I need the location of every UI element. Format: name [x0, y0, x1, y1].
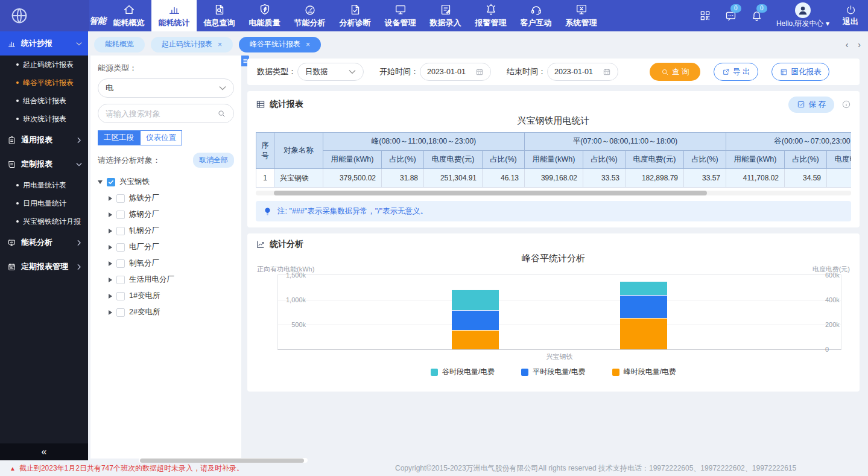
checkbox[interactable] — [116, 259, 125, 268]
tree-node-substation-1[interactable]: 1#变电所 — [98, 288, 234, 304]
export-button[interactable]: 导 出 — [714, 63, 758, 81]
data-type-select[interactable]: 日数据 — [297, 63, 364, 81]
legend-item-valley[interactable]: 谷时段电量/电费 — [431, 367, 495, 377]
nav-item-analysis-diagnosis[interactable]: 分析诊断 — [332, 0, 378, 31]
sidebar-group-periodic-report-management[interactable]: 定期报表管理 — [0, 255, 88, 279]
home-icon — [122, 3, 136, 16]
nav-item-energy-saving-analysis[interactable]: 节能分析 — [287, 0, 332, 31]
sidebar-group-statistics-report[interactable]: 统计抄报 — [0, 31, 88, 56]
bullet-icon — [16, 184, 19, 186]
query-button[interactable]: 查 询 — [650, 63, 700, 81]
left-axis-tick: 1,500k — [282, 271, 306, 279]
alarms-button[interactable]: 0 — [750, 10, 763, 22]
close-icon[interactable]: × — [306, 41, 310, 48]
solidify-report-button[interactable]: 固化报表 — [771, 63, 829, 81]
tab-meter-position[interactable]: 仪表位置 — [140, 130, 182, 145]
checkbox[interactable] — [116, 227, 125, 235]
tree-node-steelmaking-plant[interactable]: 炼钢分厂 — [98, 206, 234, 223]
caret-right-icon[interactable] — [109, 212, 112, 217]
end-date-picker[interactable]: 2023-01-01 — [547, 63, 618, 81]
logout-button[interactable]: 退出 — [843, 4, 858, 27]
search-icon[interactable] — [217, 109, 226, 118]
tree-node-ironmaking-plant[interactable]: 炼铁分厂 — [98, 190, 234, 206]
caret-right-icon[interactable] — [109, 310, 112, 315]
nav-item-power-quality[interactable]: 电能质量 — [242, 0, 287, 31]
cost-stacked-bar[interactable] — [620, 281, 667, 349]
tab-workshop-section[interactable]: 工区工段 — [98, 130, 140, 145]
start-date-picker[interactable]: 2023-01-01 — [420, 63, 491, 81]
tree-node-xingbao-steel[interactable]: 兴宝钢铁 — [98, 174, 234, 190]
sidebar-group-energy-analysis[interactable]: 能耗分析 — [0, 230, 88, 255]
headset-icon — [530, 3, 543, 16]
chevron-down-icon — [349, 69, 356, 74]
caret-right-icon[interactable] — [109, 245, 112, 250]
checkbox-checked[interactable] — [107, 178, 115, 186]
sidebar-item-start-stop-code-report[interactable]: 起止码统计报表 — [0, 56, 88, 74]
user-menu[interactable]: Hello,研发中心 ▾ — [776, 2, 829, 29]
sidebar-group-custom-reports[interactable]: 定制报表 — [0, 152, 88, 176]
nav-item-energy-overview[interactable]: 能耗概览 — [106, 0, 151, 31]
tab-scroll-arrows: ‹ › — [846, 40, 861, 49]
checkbox[interactable] — [116, 194, 125, 203]
sidebar-item-xingbao-monthly-report[interactable]: 兴宝钢铁统计月报 — [0, 212, 88, 230]
legend-item-peak[interactable]: 峰时段电量/电费 — [612, 367, 676, 377]
checkbox[interactable] — [116, 243, 125, 252]
scrollbar-thumb[interactable] — [274, 191, 707, 195]
table-note-text: 注: "###"表示采集数据异常，"/"表示无意义。 — [277, 206, 428, 217]
checkbox[interactable] — [116, 211, 125, 219]
energy-type-select[interactable]: 电 — [98, 78, 234, 98]
x-axis-category-label: 兴宝钢铁 — [277, 352, 841, 361]
tree-node-domestic-electricity-plant[interactable]: 生活用电分厂 — [98, 271, 234, 288]
nav-item-info-query[interactable]: 信息查询 — [197, 0, 242, 31]
tree-node-power-plant[interactable]: 电厂分厂 — [98, 239, 234, 255]
sidebar-item-daily-electricity-statistics[interactable]: 日用电量统计 — [0, 194, 88, 212]
cancel-all-button[interactable]: 取消全部 — [193, 153, 234, 168]
close-icon[interactable]: × — [218, 41, 222, 48]
energy-stacked-bar[interactable] — [452, 290, 499, 349]
caret-right-icon[interactable] — [109, 278, 112, 282]
search-input[interactable] — [106, 109, 217, 118]
messages-button[interactable]: 0 — [724, 10, 737, 22]
tab-peak-valley-report[interactable]: 峰谷平统计报表 × — [239, 37, 321, 52]
nav-item-customer-interaction[interactable]: 客户互动 — [513, 0, 559, 31]
tab-energy-overview[interactable]: 能耗概览 — [94, 37, 145, 52]
tab-scroll-right-icon[interactable]: › — [858, 40, 861, 49]
tab-scroll-left-icon[interactable]: ‹ — [846, 40, 849, 49]
stats-chart-icon — [7, 39, 16, 48]
nav-item-system-management[interactable]: 系统管理 — [559, 0, 604, 31]
nav-item-data-entry[interactable]: 数据录入 — [423, 0, 468, 31]
footer: ▲ 截止到2023年1月2日共有747个班次的数据超时未录入，请及时补录。 Co… — [0, 460, 868, 476]
column-header-cost: 电度电费(元) — [626, 151, 684, 169]
checkbox[interactable] — [116, 276, 125, 284]
device-monitor-icon — [394, 3, 407, 16]
save-button[interactable]: 保 存 — [788, 97, 834, 113]
analysis-object-tree: 兴宝钢铁 炼铁分厂 炼钢分厂 轧钢分厂 电厂分厂 制氧分厂 — [98, 174, 234, 320]
info-icon[interactable] — [841, 100, 851, 109]
sidebar-item-peak-valley-report[interactable]: 峰谷平统计报表 — [0, 74, 88, 92]
monitor-chart-icon — [7, 238, 16, 247]
tree-node-substation-2[interactable]: 2#变电所 — [98, 304, 234, 320]
table-row[interactable]: 1 兴宝钢铁 379,500.02 31.88 251,304.91 46.13… — [256, 169, 852, 188]
caret-down-icon[interactable] — [98, 180, 103, 184]
caret-right-icon[interactable] — [109, 229, 112, 233]
caret-right-icon[interactable] — [109, 261, 112, 266]
sidebar-item-shift-report[interactable]: 班次统计报表 — [0, 110, 88, 128]
tree-mode-tabs: 工区工段 仪表位置 — [98, 130, 234, 145]
nav-item-device-management[interactable]: 设备管理 — [378, 0, 423, 31]
sidebar-collapse-button[interactable]: « — [0, 443, 88, 460]
legend-item-flat[interactable]: 平时段电量/电费 — [521, 367, 585, 377]
scrollbar-thumb[interactable] — [140, 459, 304, 463]
checkbox[interactable] — [116, 308, 125, 317]
caret-right-icon[interactable] — [109, 196, 112, 201]
nav-item-energy-statistics[interactable]: 能耗统计 — [151, 0, 197, 31]
checkbox[interactable] — [116, 292, 125, 300]
tree-node-rolling-plant[interactable]: 轧钢分厂 — [98, 223, 234, 239]
sidebar-item-electricity-statistics-table[interactable]: 用电量统计表 — [0, 176, 88, 194]
tab-start-stop-code-report[interactable]: 起止码统计报表 × — [151, 37, 233, 52]
sidebar-item-combined-report[interactable]: 组合统计报表 — [0, 92, 88, 110]
nav-item-alarm-management[interactable]: 报警管理 — [468, 0, 513, 31]
qr-code-button[interactable] — [699, 10, 711, 22]
sidebar-group-general-reports[interactable]: 通用报表 — [0, 128, 88, 152]
tree-node-oxygen-plant[interactable]: 制氧分厂 — [98, 255, 234, 271]
caret-right-icon[interactable] — [109, 294, 112, 299]
